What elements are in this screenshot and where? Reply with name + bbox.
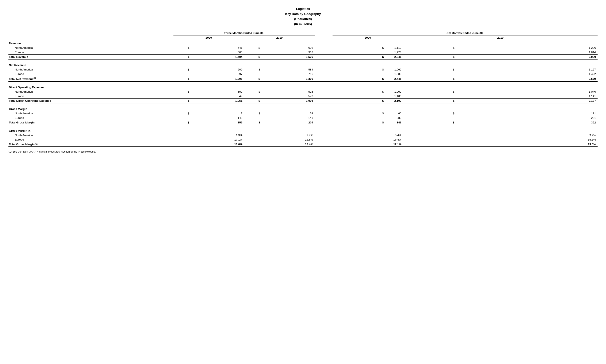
group-header-row: Three Months Ended June 30, Six Months E… [8,31,598,36]
main-table: Three Months Ended June 30, Six Months E… [8,31,598,147]
net-revenue-eu-row: Europe 697 716 1,383 1,422 [8,72,598,76]
spacer-1 [8,59,598,62]
direct-opex-total-row: Total Direct Operating Expense $ 1,051 $… [8,98,598,103]
gross-margin-pct-total-row: Total Gross Margin % 11.0% 13.4% 12.1% 1… [8,142,598,147]
year-header-row: 2020 2019 2020 2019 [8,36,598,40]
gross-margin-total-row: Total Gross Margin $ 155 $ 204 $ 343 $ 3… [8,120,598,125]
gross-margin-eu-row: Europe 148 146 283 281 [8,116,598,120]
gross-margin-na-row: North America $ 7 $ 58 $ 60 $ 111 [8,111,598,116]
spacer-2 [8,81,598,84]
6m-2020-header: 2020 [333,36,403,40]
six-months-header: Six Months Ended June 30, [333,31,598,36]
net-revenue-na-row: North America $ 509 $ 584 $ 1,062 $ 1,15… [8,67,598,72]
page-title: Logistics Key Data by Geography (Unaudit… [8,6,598,26]
net-revenue-section-header: Net Revenue [8,62,598,67]
6m-2019-header: 2019 [403,36,598,40]
revenue-na-row: North America $ 541 $ 608 $ 1,113 $ 1,20… [8,46,598,50]
revenue-total-row: Total Revenue $ 1,404 $ 1,526 $ 2,841 $ … [8,55,598,60]
gross-margin-pct-eu-row: Europe 17.1% 15.8% 16.4% 15.5% [8,137,598,142]
q3-2019-header: 2019 [244,36,315,40]
revenue-section-header: Revenue [8,40,598,46]
gross-margin-pct-section-header: Gross Margin % [8,128,598,133]
gross-margin-section-header: Gross Margin [8,106,598,111]
spacer-3 [8,103,598,106]
net-revenue-total-row: Total Net Revenue(1) $ 1,206 $ 1,300 $ 2… [8,76,598,81]
direct-opex-na-row: North America $ 502 $ 526 $ 1,002 $ 1,04… [8,90,598,94]
direct-opex-eu-row: Europe 549 570 1,100 1,141 [8,94,598,99]
revenue-eu-row: Europe 863 918 1,728 1,814 [8,50,598,55]
q3-2020-header: 2020 [173,36,244,40]
gross-margin-pct-na-row: North America 1.3% 9.7% 5.4% 9.2% [8,133,598,137]
three-months-header: Three Months Ended June 30, [173,31,315,36]
direct-opex-section-header: Direct Operating Expense [8,84,598,90]
spacer-4 [8,125,598,128]
footnote: (1) See the "Non-GAAP Financial Measures… [8,150,598,153]
